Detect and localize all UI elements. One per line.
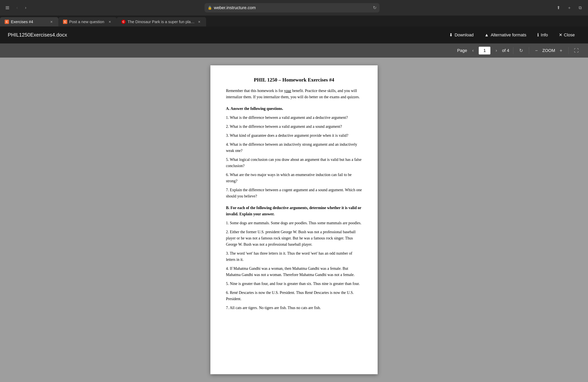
section-b-heading: B. For each of the following deductive a… — [226, 205, 362, 217]
close-icon: ✕ — [559, 32, 562, 38]
question-b3: 3. The word 'wet' has three letters in i… — [226, 250, 362, 263]
tab-close-post[interactable]: ✕ — [107, 20, 112, 24]
pdf-toolbar: Page ‹ › of 4 ↻ − ZOOM + ⛶ — [0, 43, 588, 58]
total-pages: of 4 — [502, 48, 509, 53]
question-a5: 5. What logical conclusion can you draw … — [226, 156, 362, 169]
tab-close-chegg[interactable]: ✕ — [197, 20, 201, 24]
question-b7: 7. All cats are tigers. No tigers are fi… — [226, 305, 362, 311]
toolbar-right: ⬆ ＋ ⧉ — [555, 4, 584, 12]
windows-button[interactable]: ⧉ — [576, 4, 584, 12]
pdf-page: PHIL 1250 – Homework Exercises #4 Rememb… — [210, 65, 378, 374]
tab-post-question[interactable]: C Post a new question ✕ — [58, 17, 117, 26]
alternative-formats-button[interactable]: ▲ Alternative formats — [479, 30, 532, 40]
question-b4: 4. If Mahatma Gandhi was a woman, then M… — [226, 265, 362, 278]
forward-button[interactable]: › — [22, 4, 30, 12]
lock-icon: 🔒 — [208, 6, 212, 10]
url-text: weber.instructure.com — [214, 5, 256, 10]
doc-title: PHIL1250Exercises4.docx — [8, 32, 444, 38]
question-a6: 6. What are the two major ways in which … — [226, 171, 362, 184]
svg-rect-0 — [6, 6, 9, 7]
fullscreen-button[interactable]: ⛶ — [572, 47, 580, 54]
share-button[interactable]: ⬆ — [555, 4, 562, 12]
question-b2: 2. Either the former U.S. president Geor… — [226, 229, 362, 247]
close-label: Close — [564, 32, 575, 38]
info-icon: ℹ — [537, 32, 539, 38]
info-button[interactable]: ℹ Info — [532, 30, 553, 40]
page-input[interactable] — [479, 47, 490, 54]
tab-favicon-exercises: C — [5, 20, 9, 24]
reload-button[interactable]: ↻ — [373, 5, 377, 10]
question-a2: 2. What is the difference between a vali… — [226, 123, 362, 129]
page-control: Page ‹ › of 4 — [457, 47, 509, 54]
toolbar-divider-1 — [513, 47, 513, 54]
new-tab-button[interactable]: ＋ — [566, 4, 573, 12]
back-button[interactable]: ‹ — [13, 4, 21, 12]
question-a7: 7. Explain the difference between a coge… — [226, 187, 362, 199]
tab-label-post: Post a new question — [69, 20, 105, 24]
question-b5: 5. Nine is greater than four, and four i… — [226, 280, 362, 287]
alternative-formats-label: Alternative formats — [491, 32, 526, 38]
page-label: Page — [457, 48, 467, 53]
zoom-control: − ZOOM + — [533, 47, 565, 54]
question-a1: 1. What is the difference between a vali… — [226, 114, 362, 121]
nav-buttons: ‹ › — [13, 4, 30, 12]
info-label: Info — [541, 32, 548, 38]
address-bar-container: 🔒 weber.instructure.com ↻ — [32, 3, 552, 12]
pdf-intro: Remember that this homework is for your … — [226, 87, 362, 100]
tab-favicon-post: C — [63, 20, 67, 24]
tab-label-exercises: Exercises #4 — [11, 20, 47, 24]
zoom-out-button[interactable]: − — [533, 47, 540, 54]
tabs-bar: C Exercises #4 ✕ C Post a new question ✕… — [0, 16, 588, 26]
close-button[interactable]: ✕ Close — [553, 30, 580, 40]
rotate-button[interactable]: ↻ — [517, 47, 525, 54]
svg-rect-1 — [6, 8, 9, 8]
sidebar-toggle[interactable] — [4, 4, 11, 11]
section-a-heading: A. Answer the following questions. — [226, 106, 362, 112]
next-page-button[interactable]: › — [492, 47, 500, 54]
download-icon: ⬇ — [449, 32, 453, 38]
pdf-title: PHIL 1250 – Homework Exercises #4 — [226, 77, 362, 83]
question-a4: 4. What is the difference between an ind… — [226, 141, 362, 154]
zoom-label: ZOOM — [542, 48, 556, 53]
question-a3: 3. What kind of guarantee does a deducti… — [226, 132, 362, 138]
address-bar[interactable]: 🔒 weber.instructure.com ↻ — [205, 3, 379, 12]
zoom-in-button[interactable]: + — [557, 47, 565, 54]
question-b1: 1. Some dogs are mammals. Some dogs are … — [226, 220, 362, 226]
prev-page-button[interactable]: ‹ — [469, 47, 477, 54]
doc-header: PHIL1250Exercises4.docx ⬇ Download ▲ Alt… — [0, 26, 588, 43]
download-label: Download — [455, 32, 474, 38]
question-b6: 6. René Descartes is now the U.S. Presid… — [226, 289, 362, 302]
toolbar-divider-2 — [529, 47, 529, 54]
tab-exercises[interactable]: C Exercises #4 ✕ — [0, 17, 58, 26]
tab-close-exercises[interactable]: ✕ — [49, 20, 54, 24]
browser-titlebar: ‹ › 🔒 weber.instructure.com ↻ ⬆ ＋ ⧉ — [0, 0, 588, 16]
tab-favicon-chegg: C — [121, 20, 126, 24]
download-button[interactable]: ⬇ Download — [444, 30, 479, 40]
tab-label-chegg: The Dinosaur Park is a super fun place f… — [127, 20, 195, 24]
svg-rect-2 — [6, 9, 9, 9]
tab-chegg[interactable]: C The Dinosaur Park is a super fun place… — [117, 17, 206, 26]
pdf-content-area[interactable]: PHIL 1250 – Homework Exercises #4 Rememb… — [0, 58, 588, 382]
alternative-formats-icon: ▲ — [484, 32, 489, 38]
